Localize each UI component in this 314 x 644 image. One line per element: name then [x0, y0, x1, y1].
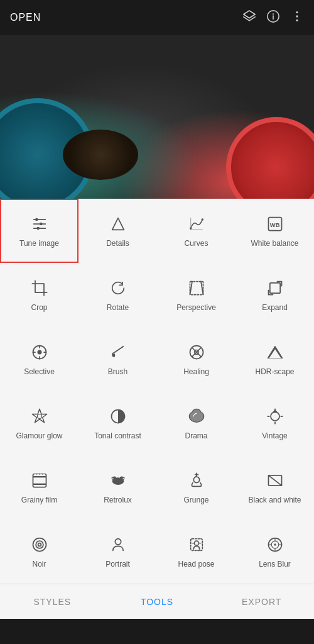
svg-point-40 — [271, 412, 279, 421]
tool-grunge[interactable]: Grunge — [157, 455, 236, 519]
hdr-scape-label: HDR-scape — [255, 367, 294, 377]
drama-icon — [188, 405, 205, 428]
tool-black-and-white[interactable]: Black and white — [236, 455, 314, 519]
tool-drama[interactable]: Drama — [157, 391, 236, 455]
tool-rotate[interactable]: Rotate — [78, 263, 157, 327]
tool-crop[interactable]: Crop — [0, 263, 78, 327]
food-item — [63, 130, 138, 180]
tool-glamour-glow[interactable]: Glamour glow — [0, 391, 78, 455]
healing-label: Healing — [183, 367, 209, 377]
svg-rect-23 — [269, 283, 279, 293]
crop-label: Crop — [31, 303, 47, 313]
nav-tools[interactable]: TOOLS — [105, 584, 210, 619]
svg-point-17 — [201, 218, 203, 221]
bottom-nav: STYLES TOOLS EXPORT — [0, 584, 314, 619]
tool-head-pose[interactable]: Head pose — [157, 519, 236, 584]
retrolux-label: Retrolux — [104, 496, 132, 506]
app-header: OPEN — [0, 0, 314, 35]
hdr-icon — [266, 341, 284, 364]
header-title: OPEN — [10, 12, 41, 23]
svg-rect-46 — [40, 474, 41, 475]
svg-point-38 — [37, 414, 41, 419]
tool-selective[interactable]: Selective — [0, 327, 78, 391]
perspective-label: Perspective — [176, 303, 216, 313]
tool-tune-image[interactable]: Tune image — [0, 199, 78, 263]
info-icon[interactable] — [266, 9, 280, 26]
svg-rect-50 — [40, 485, 41, 486]
svg-point-16 — [189, 227, 192, 230]
healing-icon — [188, 341, 205, 364]
retrolux-icon — [109, 469, 127, 492]
tool-expand[interactable]: Expand — [236, 263, 314, 327]
grunge-label: Grunge — [183, 496, 208, 506]
tool-tonal-contrast[interactable]: Tonal contrast — [78, 391, 157, 455]
more-icon[interactable] — [290, 9, 304, 26]
portrait-icon — [109, 533, 127, 556]
svg-point-67 — [274, 543, 276, 546]
svg-rect-49 — [37, 485, 38, 486]
tool-noir[interactable]: Noir — [0, 519, 78, 584]
svg-point-5 — [296, 15, 298, 17]
svg-point-30 — [112, 354, 115, 357]
white-balance-label: White balance — [251, 239, 298, 249]
headpose-icon — [188, 533, 205, 556]
tool-vintage[interactable]: Vintage — [236, 391, 314, 455]
nav-export[interactable]: EXPORT — [209, 584, 314, 619]
tool-portrait[interactable]: Portrait — [78, 519, 157, 584]
svg-point-12 — [36, 227, 40, 230]
lens-blur-label: Lens Blur — [259, 560, 291, 570]
tool-details[interactable]: Details — [78, 199, 157, 263]
bw-icon — [266, 469, 284, 492]
svg-point-25 — [37, 350, 41, 355]
noir-label: Noir — [32, 560, 46, 570]
selective-label: Selective — [24, 367, 55, 377]
glamour-glow-label: Glamour glow — [16, 431, 62, 441]
svg-point-11 — [40, 223, 43, 226]
svg-rect-44 — [34, 474, 35, 475]
svg-point-52 — [112, 478, 124, 486]
lensblur-icon — [266, 533, 284, 556]
details-label: Details — [106, 239, 129, 249]
svg-rect-47 — [43, 474, 44, 475]
tool-hdr-scape[interactable]: HDR-scape — [236, 327, 314, 391]
svg-point-58 — [36, 541, 43, 548]
tool-white-balance[interactable]: WB White balance — [236, 199, 314, 263]
rotate-icon — [109, 277, 127, 299]
vintage-label: Vintage — [262, 431, 287, 441]
tonal-contrast-label: Tonal contrast — [94, 431, 141, 441]
brush-label: Brush — [108, 367, 127, 377]
svg-text:WB: WB — [269, 222, 279, 228]
wb-icon: WB — [266, 213, 284, 235]
tools-grid: Tune image Details Curves — [0, 199, 314, 584]
svg-point-6 — [296, 19, 298, 21]
svg-point-60 — [115, 539, 121, 545]
tool-retrolux[interactable]: Retrolux — [78, 455, 157, 519]
crop-icon — [31, 277, 48, 299]
svg-point-10 — [35, 218, 38, 221]
tool-brush[interactable]: Brush — [78, 327, 157, 391]
selective-icon — [31, 341, 48, 364]
tool-curves[interactable]: Curves — [157, 199, 236, 263]
perspective-icon — [188, 277, 205, 299]
svg-point-62 — [194, 541, 198, 545]
svg-point-57 — [33, 538, 46, 552]
image-canvas — [0, 35, 314, 199]
tool-grainy-film[interactable]: Grainy film — [0, 455, 78, 519]
expand-icon — [266, 277, 284, 299]
details-icon — [109, 213, 127, 235]
curves-label: Curves — [184, 239, 208, 249]
head-pose-label: Head pose — [178, 560, 214, 570]
tool-healing[interactable]: Healing — [157, 327, 236, 391]
tune-image-label: Tune image — [19, 239, 59, 249]
svg-rect-43 — [33, 484, 46, 485]
grunge-icon — [188, 469, 205, 492]
tool-perspective[interactable]: Perspective — [157, 263, 236, 327]
tool-lens-blur[interactable]: Lens Blur — [236, 519, 314, 584]
layers-icon[interactable] — [242, 9, 256, 26]
svg-rect-45 — [37, 474, 38, 475]
svg-point-59 — [38, 543, 41, 547]
image-preview — [0, 35, 314, 199]
svg-marker-0 — [244, 10, 255, 18]
nav-styles[interactable]: STYLES — [0, 584, 105, 619]
svg-marker-13 — [112, 218, 124, 230]
